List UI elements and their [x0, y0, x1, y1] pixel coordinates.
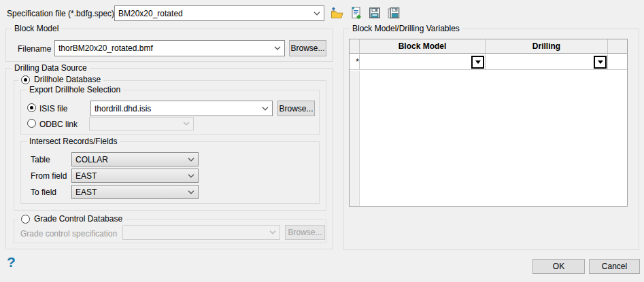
cancel-button-label: Cancel: [602, 262, 627, 271]
grade-control-spec-combobox[interactable]: [122, 225, 280, 240]
variables-group-title: Block Model/Drilling Variables: [350, 24, 462, 33]
ok-button-label: OK: [553, 262, 564, 271]
save-icon[interactable]: [367, 5, 382, 20]
grid-row-header[interactable]: *: [350, 54, 360, 69]
to-field-combobox[interactable]: EAST: [71, 185, 199, 199]
new-row-marker: *: [356, 57, 359, 67]
grade-control-browse-button[interactable]: Browse...: [285, 225, 325, 240]
variables-grid-header: Block Model Drilling: [350, 39, 627, 54]
block-model-group-title: Block Model: [12, 24, 61, 33]
block-model-cell-dropdown-button[interactable]: [471, 56, 484, 69]
odbc-link-combobox[interactable]: [89, 117, 194, 130]
variables-grid: Block Model Drilling *: [349, 39, 628, 207]
save-as-icon[interactable]: [386, 5, 401, 20]
cancel-button[interactable]: Cancel: [589, 259, 640, 274]
chevron-down-icon[interactable]: [310, 12, 324, 16]
table-combobox[interactable]: COLLAR: [71, 152, 199, 166]
filename-value: thorBM20x20_rotated.bmf: [55, 43, 271, 53]
open-folder-icon[interactable]: [329, 5, 344, 20]
spec-file-label: Specification file (*.bdfg.spec): [7, 9, 114, 18]
export-drillhole-selection-title: Export Drillhole Selection: [27, 85, 123, 94]
chevron-down-icon[interactable]: [184, 158, 198, 162]
isis-file-label: ISIS file: [39, 104, 67, 113]
grade-control-browse-label: Browse...: [288, 228, 322, 237]
filename-browse-label: Browse...: [290, 43, 324, 53]
grid-row-header-strip: [350, 71, 360, 206]
isis-file-value: thordrill.dhd.isis: [91, 104, 258, 113]
grade-control-database-label: Grade Control Database: [34, 214, 122, 224]
odbc-link-radio[interactable]: [27, 119, 36, 128]
isis-browse-button[interactable]: Browse...: [277, 101, 315, 116]
isis-browse-label: Browse...: [279, 104, 313, 113]
grade-control-spec-label: Grade control specification: [20, 229, 117, 239]
spec-file-value: BM20x20_rotated: [115, 9, 310, 18]
to-field-value: EAST: [72, 188, 184, 197]
help-icon[interactable]: ?: [7, 254, 16, 270]
from-field-label: From field: [31, 171, 67, 181]
grid-cell-block-model[interactable]: [360, 54, 486, 69]
drillhole-database-label: Drillhole Database: [34, 75, 101, 84]
drillhole-database-radio-row: Drillhole Database: [18, 75, 103, 84]
filename-label: Filename: [18, 44, 51, 54]
grid-cell-drilling[interactable]: [486, 54, 608, 69]
isis-file-combobox[interactable]: thordrill.dhd.isis: [90, 101, 273, 116]
triangle-down-icon: [475, 60, 481, 64]
grid-column-header-block-model: Block Model: [360, 39, 486, 53]
filename-browse-button[interactable]: Browse...: [289, 40, 326, 56]
grade-control-database-radio[interactable]: [21, 215, 30, 224]
grid-corner-cell: [350, 39, 360, 53]
grade-control-radio-row: Grade Control Database: [18, 214, 125, 224]
chevron-down-icon[interactable]: [184, 174, 198, 178]
odbc-link-label: ODBC link: [39, 120, 78, 129]
from-field-value: EAST: [72, 171, 184, 181]
grid-spare-cell: [608, 54, 627, 69]
grid-column-header-drilling: Drilling: [486, 39, 608, 53]
isis-file-radio[interactable]: [27, 103, 36, 112]
from-field-combobox[interactable]: EAST: [71, 169, 199, 183]
grid-new-row: *: [350, 54, 627, 70]
triangle-down-icon: [598, 60, 603, 64]
drilling-cell-dropdown-button[interactable]: [594, 56, 607, 69]
chevron-down-icon[interactable]: [271, 46, 284, 50]
to-field-label: To field: [31, 188, 56, 197]
drilling-data-source-title: Drilling Data Source: [12, 63, 90, 73]
chevron-down-icon: [266, 230, 279, 234]
grid-spare-column-header: [608, 39, 627, 53]
table-value: COLLAR: [72, 155, 184, 164]
chevron-down-icon[interactable]: [184, 190, 198, 194]
ok-button[interactable]: OK: [532, 259, 585, 274]
chevron-down-icon: [180, 122, 193, 126]
intersect-records-fields-title: Intersect Records/Fields: [27, 137, 120, 146]
new-spec-icon[interactable]: [348, 5, 363, 20]
filename-combobox[interactable]: thorBM20x20_rotated.bmf: [54, 40, 285, 56]
drillhole-database-radio[interactable]: [21, 75, 30, 84]
table-label: Table: [31, 155, 50, 164]
spec-file-combobox[interactable]: BM20x20_rotated: [114, 5, 324, 21]
chevron-down-icon[interactable]: [258, 107, 272, 111]
